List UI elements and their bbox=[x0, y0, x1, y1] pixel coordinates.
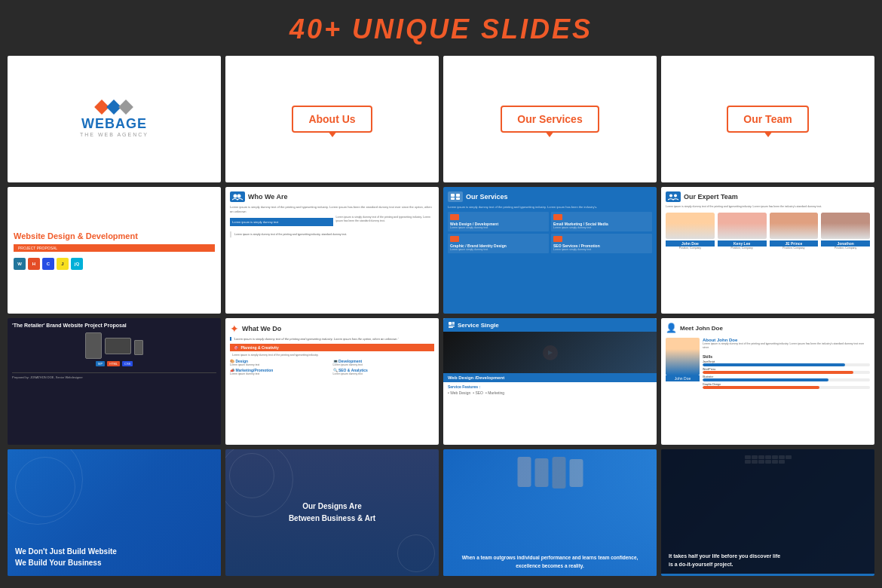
service-features: Service Features : • Web Design • SEO • … bbox=[443, 382, 657, 397]
html-badge: HTML bbox=[107, 361, 120, 366]
john-content: John Doe About John Doe Lorem ipsum is s… bbox=[666, 338, 870, 390]
keny-photo bbox=[718, 213, 767, 239]
meet-john-title: Meet John Doe bbox=[680, 325, 723, 332]
css-icon: C bbox=[42, 258, 54, 270]
bottom-stripe bbox=[661, 574, 874, 576]
slide-about-us: About Us bbox=[225, 56, 439, 182]
marketing-text: Lorem ipsum dummy text bbox=[230, 372, 332, 375]
logo-subtext: THE WEB AGENCY bbox=[80, 132, 149, 137]
slide-website-design: Website Design & Development PROJECT PRO… bbox=[8, 187, 221, 314]
js-icon: J bbox=[57, 258, 69, 270]
cms-icons: W H C J jQ bbox=[14, 258, 215, 270]
who-icon bbox=[230, 191, 245, 202]
tablet-device bbox=[85, 332, 102, 359]
skill-gd-bar bbox=[703, 386, 819, 389]
seo-text: Lorem ipsum dummy text bbox=[333, 372, 435, 375]
features-title: Service Features : bbox=[448, 384, 652, 389]
side-text: Lorem ipsum is simply dummy text of the … bbox=[336, 216, 435, 228]
slide-build-website: We Don't Just Build Website We Build You… bbox=[8, 449, 221, 576]
svg-rect-5 bbox=[456, 198, 460, 200]
what-we-do-header: ✦ What We Do bbox=[230, 323, 434, 335]
designs-art-text: Our Designs Are Between Business & Art bbox=[289, 501, 375, 525]
build-website-text: We Don't Just Build Website We Build You… bbox=[15, 546, 117, 568]
highlight-blue: Lorem ipsum is simply dummy text bbox=[230, 218, 333, 226]
css-badge: CSS bbox=[122, 361, 133, 366]
about-us-bubble: About Us bbox=[292, 106, 372, 133]
service-single-title: Service Single bbox=[458, 322, 499, 329]
service-single-header: Service Single bbox=[443, 318, 657, 332]
svg-rect-10 bbox=[452, 323, 455, 325]
svg-point-0 bbox=[234, 194, 237, 198]
who-we-are-header: Who We Are bbox=[230, 191, 434, 202]
feature-3: • Marketing bbox=[485, 390, 504, 395]
slide-team-photo: When a team outgrows individual performa… bbox=[443, 449, 657, 576]
logo-diamonds bbox=[80, 101, 149, 113]
jquery-icon: jQ bbox=[71, 258, 83, 270]
website-design-title: Website Design & Development bbox=[14, 231, 215, 241]
planning-bar: 🎯 Planning & Creativity bbox=[230, 344, 434, 351]
sun-icon: ✦ bbox=[230, 323, 239, 335]
slide-what-we-do: ✦ What We Do 'Lorem ipsum is simply dumm… bbox=[225, 318, 439, 445]
slide-our-services: Our Services bbox=[443, 56, 657, 182]
svg-rect-2 bbox=[451, 194, 455, 197]
member-keny: Keny Lee Position, Company bbox=[718, 213, 767, 250]
our-services-detail-header: Our Services bbox=[448, 191, 652, 202]
main-title: 40+ UNIQUE SLIDES bbox=[0, 14, 882, 45]
skills-title: Skills bbox=[703, 354, 870, 359]
wdd-part1: Website Design bbox=[14, 231, 75, 240]
svg-rect-8 bbox=[449, 322, 452, 325]
quote-box: Lorem ipsum is simply dummy text of the … bbox=[230, 231, 434, 237]
our-services-detail-title: Our Services bbox=[466, 193, 508, 201]
jonathon-name: Jonathon bbox=[821, 240, 870, 247]
service-single-footer: Web Design /Development bbox=[443, 373, 657, 382]
retailer-title: 'The Retailer' Brand Website Project Pro… bbox=[12, 323, 216, 328]
designs-line1: Our Designs Are bbox=[289, 501, 375, 513]
keny-role: Position, Company bbox=[718, 247, 767, 250]
john-role: Position, Company bbox=[666, 247, 715, 250]
skill-il: Illustrator bbox=[703, 375, 870, 381]
service-item-1: Web Design / Development Lorem ipsum sim… bbox=[448, 212, 549, 231]
build-line2: We Build Your Business bbox=[15, 557, 117, 568]
svg-point-1 bbox=[237, 194, 241, 198]
project-badge: PROJECT PROPOSAL bbox=[14, 244, 215, 252]
expert-team-desc: Lorem ipsum is simply dummy text of the … bbox=[666, 205, 870, 208]
je-photo bbox=[770, 213, 819, 239]
john-photo-img bbox=[666, 338, 700, 375]
team-icon bbox=[666, 191, 681, 202]
john-about-text: Lorem ipsum is simply dummy text of the … bbox=[703, 342, 870, 350]
services-intro: Lorem ipsum is simply dummy text of the … bbox=[448, 205, 652, 209]
our-services-label: Our Services bbox=[517, 113, 582, 125]
wwd-dev: 💻 Development Lorem ipsum dummy text bbox=[333, 359, 435, 366]
je-name: JE Prince bbox=[770, 240, 819, 247]
service-item-2: Email Marketing / Social Media Lorem ips… bbox=[551, 212, 652, 231]
wwd-design: 🎨 Design Lorem ipsum dummy text bbox=[230, 359, 332, 366]
skill-gd: Graphic Design bbox=[703, 383, 870, 389]
planning-text: Lorem ipsum is simply dummy text of the … bbox=[230, 354, 434, 357]
service-item-3: Graphic / Brand Identity Design Lorem ip… bbox=[448, 234, 549, 253]
john-name-tag: John Doe bbox=[666, 375, 700, 381]
services-icon bbox=[448, 191, 463, 202]
retailer-preparer: Prepared by: JONATHON DOE, Senior Webdes… bbox=[12, 372, 216, 379]
feature-1: • Web Design bbox=[448, 390, 470, 395]
slide-expert-team: Our Expert Team Lorem ipsum is simply du… bbox=[661, 187, 874, 314]
slide-our-services-detail: Our Services Lorem ipsum is simply dummy… bbox=[443, 187, 657, 314]
people-silhouettes bbox=[517, 457, 583, 488]
service-item-4: SEO Services / Promotion Lorem ipsum sim… bbox=[551, 234, 652, 253]
logo-content: WEBAGE THE WEB AGENCY bbox=[80, 101, 149, 137]
what-we-do-title: What We Do bbox=[242, 325, 281, 332]
jonathon-photo bbox=[821, 213, 870, 239]
diamond-gray bbox=[119, 100, 134, 115]
wp-badge: WP bbox=[96, 361, 105, 366]
wwd-marketing: 📣 Marketing/Promotion Lorem ipsum dummy … bbox=[230, 368, 332, 375]
svg-point-6 bbox=[669, 194, 672, 198]
features-icons: • Web Design • SEO • Marketing bbox=[448, 390, 652, 395]
svg-rect-9 bbox=[452, 322, 455, 323]
slide-grid: WEBAGE THE WEB AGENCY About Us Our Servi… bbox=[0, 56, 882, 583]
our-team-bubble: Our Team bbox=[727, 106, 808, 133]
member-john: John Doe Position, Company bbox=[666, 213, 715, 250]
service-video: ▶ bbox=[443, 332, 657, 373]
team-photo-text: When a team outgrows individual performa… bbox=[449, 554, 651, 570]
wwd-items-grid: 🎨 Design Lorem ipsum dummy text 💻 Develo… bbox=[230, 359, 434, 375]
slide-our-team: Our Team bbox=[661, 56, 874, 182]
about-us-label: About Us bbox=[308, 113, 355, 125]
